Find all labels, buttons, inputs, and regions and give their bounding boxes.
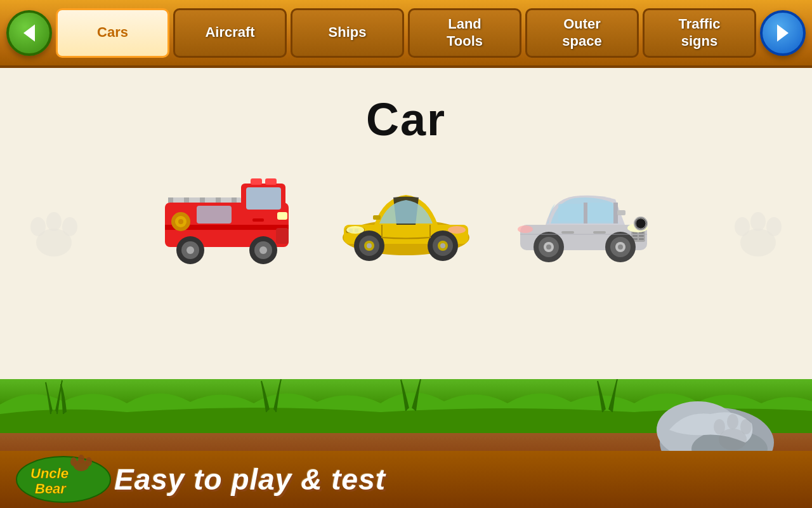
svg-point-48 [346, 226, 364, 234]
svg-rect-31 [252, 218, 264, 222]
svg-point-84 [727, 414, 738, 429]
svg-point-25 [187, 246, 194, 254]
svg-point-88 [70, 457, 77, 466]
svg-point-64 [518, 225, 533, 233]
back-arrow-icon [18, 22, 41, 44]
tab-traffic-signs[interactable]: Trafficsigns [643, 8, 756, 58]
tab-outer-space[interactable]: Outerspace [525, 8, 639, 58]
svg-rect-30 [277, 212, 287, 220]
vehicles-row [0, 164, 812, 266]
svg-point-47 [440, 243, 445, 248]
svg-text:Uncle: Uncle [30, 465, 69, 481]
vehicle-sports-car[interactable] [336, 164, 476, 266]
svg-rect-21 [251, 178, 262, 185]
tab-ships[interactable]: Ships [291, 8, 404, 58]
svg-rect-19 [216, 197, 221, 203]
svg-rect-18 [200, 197, 205, 203]
svg-point-43 [367, 243, 372, 248]
svg-point-4 [46, 212, 62, 231]
svg-marker-1 [777, 24, 789, 41]
svg-point-3 [30, 217, 46, 236]
svg-rect-60 [639, 235, 644, 237]
svg-rect-59 [632, 235, 638, 237]
paw-print-left [25, 201, 82, 261]
svg-rect-54 [584, 203, 587, 224]
vehicle-word-title: Car [366, 93, 446, 145]
uncle-bear-logo: Uncle Bear [13, 454, 114, 505]
forward-button[interactable] [760, 10, 806, 56]
svg-rect-62 [639, 238, 644, 240]
svg-rect-50 [373, 215, 381, 220]
svg-marker-0 [23, 24, 35, 41]
svg-rect-29 [276, 228, 289, 244]
svg-point-8 [750, 212, 766, 231]
forward-arrow-icon [771, 22, 794, 44]
svg-point-49 [448, 226, 466, 234]
tab-cars[interactable]: Cars [56, 8, 169, 58]
top-navigation-bar: Cars Aircraft Ships LandTools Outerspace… [0, 0, 812, 68]
svg-point-83 [714, 419, 725, 434]
svg-rect-55 [613, 203, 618, 224]
svg-rect-20 [232, 197, 237, 203]
svg-point-72 [618, 244, 623, 250]
svg-point-76 [634, 217, 647, 230]
svg-point-9 [766, 217, 782, 236]
svg-point-34 [178, 219, 183, 224]
svg-rect-16 [168, 197, 173, 203]
svg-rect-75 [593, 231, 606, 234]
bottom-bar: Uncle Bear Easy to play & test [0, 451, 812, 508]
svg-text:Bear: Bear [35, 481, 67, 497]
svg-rect-53 [587, 203, 613, 222]
svg-rect-74 [561, 231, 574, 234]
paw-print-right [730, 201, 787, 261]
svg-point-90 [86, 457, 92, 466]
svg-point-89 [78, 455, 84, 464]
svg-rect-17 [184, 197, 189, 203]
paw-print-rock [710, 408, 755, 455]
tab-aircraft[interactable]: Aircraft [173, 8, 287, 58]
vehicle-fire-truck[interactable] [159, 164, 298, 266]
svg-point-85 [740, 419, 752, 434]
svg-point-68 [546, 244, 551, 250]
tagline: Easy to play & test [114, 462, 386, 497]
back-button[interactable] [6, 10, 52, 56]
tab-land-tools[interactable]: LandTools [408, 8, 521, 58]
svg-point-7 [735, 217, 750, 236]
main-content-area: Car [0, 68, 812, 379]
svg-rect-13 [197, 206, 232, 224]
svg-point-28 [259, 246, 267, 254]
svg-rect-78 [617, 210, 625, 215]
svg-point-5 [62, 217, 77, 236]
svg-rect-52 [558, 204, 584, 222]
svg-rect-12 [246, 187, 281, 210]
svg-rect-22 [265, 178, 277, 185]
vehicle-sedan[interactable] [514, 164, 653, 266]
